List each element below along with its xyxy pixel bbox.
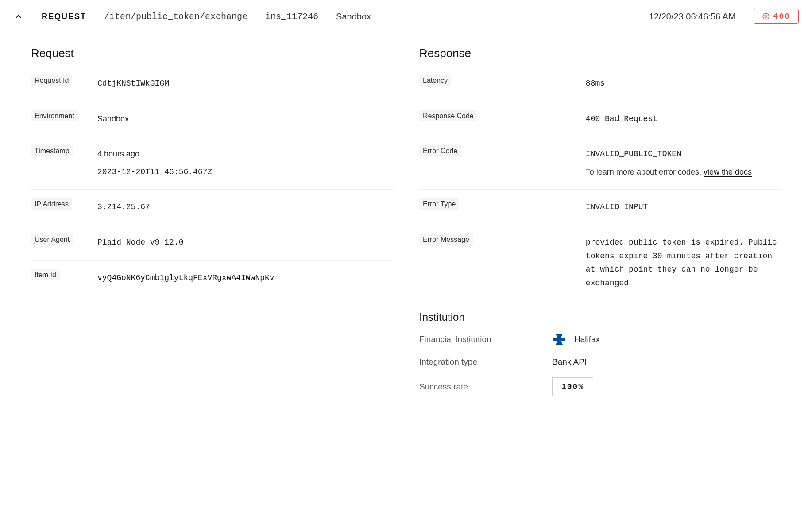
request-section-title: Request [31, 47, 393, 66]
timestamp-row: Timestamp 4 hours ago 2023-12-20T11:46:5… [31, 136, 393, 190]
latency-label: Latency [419, 75, 451, 86]
error-type-value: INVALID_INPUT [586, 200, 781, 214]
view-docs-link[interactable]: view the docs [704, 167, 752, 176]
header-environment: Sandbox [336, 12, 371, 22]
response-section-title: Response [419, 47, 781, 66]
error-message-label: Error Message [419, 234, 473, 245]
header-institution-id: ins_117246 [265, 12, 318, 22]
svg-marker-5 [556, 341, 563, 345]
environment-label: Environment [31, 110, 78, 121]
user-agent-row: User Agent Plaid Node v9.12.0 [31, 225, 393, 260]
response-column: Response Latency 88ms Response Code 400 … [419, 47, 781, 401]
ip-row: IP Address 3.214.25.67 [31, 190, 393, 225]
error-code-value: INVALID_PUBLIC_TOKEN [586, 147, 781, 161]
request-id-label: Request Id [31, 75, 72, 86]
environment-row: Environment Sandbox [31, 101, 393, 137]
item-id-row: Item Id vyQ4GoNK6yCmb1glyLkqFExVRgxwA4IW… [31, 260, 393, 295]
header-label: REQUEST [42, 12, 86, 21]
header-endpoint: /item/public_token/exchange [104, 12, 247, 22]
item-id-link[interactable]: vyQ4GoNK6yCmb1glyLkqFExVRgxwA4IWwNpKv [97, 273, 275, 282]
institution-section-title: Institution [419, 311, 781, 323]
status-code: 400 [773, 12, 790, 21]
error-message-row: Error Message provided public token is e… [419, 225, 781, 300]
integration-type-label: Integration type [419, 357, 534, 367]
error-code-help: To learn more about error codes, view th… [586, 165, 781, 179]
svg-rect-3 [553, 338, 565, 341]
error-code-row: Error Code INVALID_PUBLIC_TOKEN To learn… [419, 136, 781, 190]
success-rate-label: Success rate [419, 382, 534, 392]
environment-value: Sandbox [97, 112, 393, 126]
user-agent-label: User Agent [31, 234, 73, 245]
timestamp-iso: 2023-12-20T11:46:56.467Z [97, 165, 393, 179]
integration-type-row: Integration type Bank API [419, 352, 781, 372]
financial-institution-label: Financial Institution [419, 334, 534, 344]
integration-type-value: Bank API [552, 357, 587, 367]
header-timestamp: 12/20/23 06:46:56 AM [649, 12, 736, 22]
item-id-label: Item Id [31, 269, 60, 280]
ip-label: IP Address [31, 198, 72, 210]
collapse-toggle[interactable] [13, 11, 24, 22]
success-rate-value: 100% [552, 377, 593, 396]
status-badge: 400 [754, 9, 799, 24]
error-message-value: provided public token is expired. Public… [586, 236, 781, 290]
svg-marker-4 [556, 334, 563, 338]
request-header-bar: REQUEST /item/public_token/exchange ins_… [0, 0, 812, 33]
latency-row: Latency 88ms [419, 66, 781, 101]
error-circle-icon [762, 12, 770, 20]
response-code-row: Response Code 400 Bad Request [419, 101, 781, 137]
timestamp-label: Timestamp [31, 145, 73, 156]
latency-value: 88ms [586, 77, 781, 90]
error-code-help-prefix: To learn more about error codes, [586, 167, 704, 176]
response-code-label: Response Code [419, 110, 477, 121]
success-rate-row: Success rate 100% [419, 372, 781, 401]
financial-institution-name: Halifax [574, 334, 600, 344]
error-code-label: Error Code [419, 145, 461, 156]
user-agent-value: Plaid Node v9.12.0 [97, 236, 393, 249]
halifax-logo-icon [552, 332, 566, 346]
response-code-value: 400 Bad Request [586, 112, 781, 126]
financial-institution-row: Financial Institution Halifax [419, 327, 781, 352]
request-column: Request Request Id CdtjKNStIWkGIGM Envir… [31, 47, 393, 401]
error-type-label: Error Type [419, 198, 459, 210]
error-type-row: Error Type INVALID_INPUT [419, 190, 781, 225]
chevron-up-icon [15, 12, 23, 20]
ip-value: 3.214.25.67 [97, 200, 393, 214]
request-id-row: Request Id CdtjKNStIWkGIGM [31, 66, 393, 101]
timestamp-relative: 4 hours ago [97, 147, 393, 161]
request-id-value: CdtjKNStIWkGIGM [97, 77, 393, 90]
